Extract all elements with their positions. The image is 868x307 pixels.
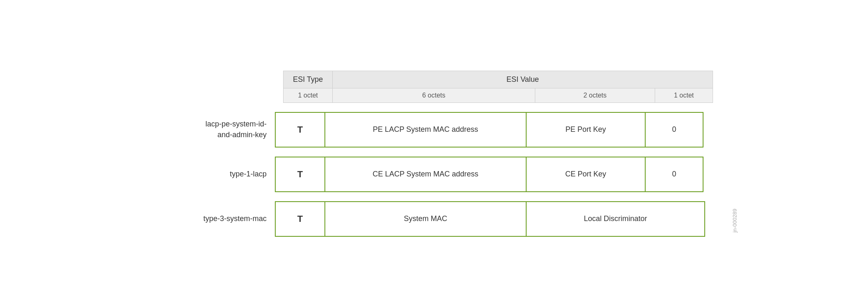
table-row: type-3-system-mac T System MAC Local Dis… [155, 201, 705, 237]
header-row: ESI Type ESI Value [283, 71, 713, 88]
row-cells: T System MAC Local Discriminator [275, 201, 705, 237]
cell-last-val: 0 [646, 113, 703, 147]
subheader-val3-size: 1 octet [655, 88, 713, 103]
row-label: type-1-lacp [155, 169, 275, 179]
row-label: lacp-pe-system-id- and-admin-key [155, 119, 275, 140]
diagram-wrapper: ESI Type ESI Value 1 octet 6 octets 2 oc… [155, 71, 713, 237]
row-label: type-3-system-mac [155, 214, 275, 224]
header-esi-value: ESI Value [333, 71, 713, 88]
table-row: type-1-lacp T CE LACP System MAC address… [155, 157, 705, 192]
row-cells: T PE LACP System MAC address PE Port Key… [275, 112, 703, 148]
page-container: ESI Type ESI Value 1 octet 6 octets 2 oc… [0, 0, 868, 307]
cell-type-t: T [276, 202, 325, 236]
subheader-type-size: 1 octet [283, 88, 333, 103]
subheader-val2-size: 2 octets [535, 88, 655, 103]
cell-type-t: T [276, 113, 325, 147]
table-row: lacp-pe-system-id- and-admin-key T PE LA… [155, 112, 705, 148]
cell-last-val: 0 [646, 157, 703, 191]
cell-desc: CE LACP System MAC address [325, 157, 527, 191]
cell-type-t: T [276, 157, 325, 191]
cell-port-key: CE Port Key [527, 157, 646, 191]
watermark: jn-000289 [732, 209, 738, 233]
header-esi-type: ESI Type [283, 71, 333, 88]
cell-local-discriminator: Local Discriminator [527, 202, 704, 236]
data-rows: lacp-pe-system-id- and-admin-key T PE LA… [155, 112, 705, 237]
cell-desc: PE LACP System MAC address [325, 113, 527, 147]
subheader-row: 1 octet 6 octets 2 octets 1 octet [283, 88, 713, 103]
cell-port-key: PE Port Key [527, 113, 646, 147]
row-cells: T CE LACP System MAC address CE Port Key… [275, 157, 703, 192]
subheader-val1-size: 6 octets [333, 88, 535, 103]
cell-desc: System MAC [325, 202, 527, 236]
